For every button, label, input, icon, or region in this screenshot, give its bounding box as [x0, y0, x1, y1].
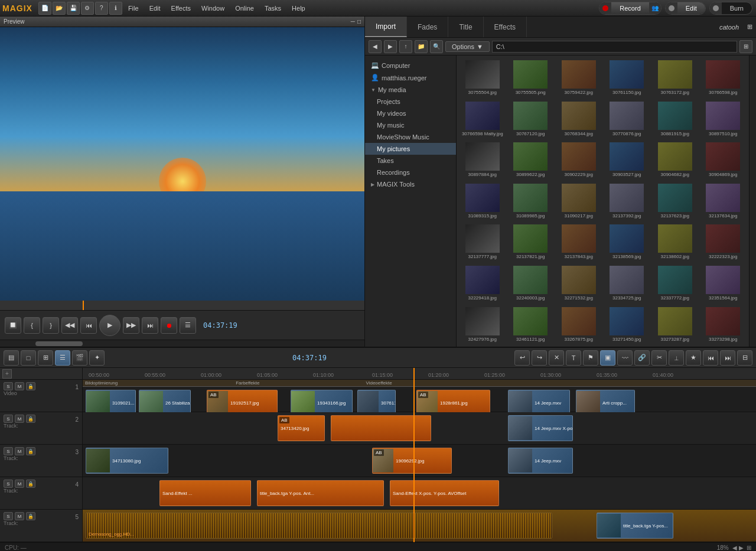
menu-edit[interactable]: Edit: [145, 4, 165, 13]
file-thumb-0[interactable]: 30755504.jpg: [459, 58, 506, 98]
clip-34713420[interactable]: AB 34713420.jpg: [278, 415, 325, 441]
single-track-view[interactable]: □: [21, 350, 36, 366]
tree-projects[interactable]: Projects: [365, 96, 456, 107]
file-thumb-35[interactable]: 32351564.jpg: [700, 263, 747, 304]
file-thumb-17[interactable]: 30904869.jpg: [700, 140, 747, 180]
clip-orange-2[interactable]: [331, 415, 431, 441]
marker-tool[interactable]: ⚑: [583, 350, 598, 366]
tree-mymusic[interactable]: My music: [365, 119, 456, 131]
track4-s-btn[interactable]: S: [4, 480, 13, 488]
options-button[interactable]: Options ▼: [445, 41, 490, 52]
next-frame-button[interactable]: ▶▶: [123, 317, 139, 334]
file-thumb-27[interactable]: 32138569.jpg: [604, 222, 651, 262]
file-thumb-12[interactable]: 30897884.jpg: [459, 140, 506, 180]
clip-14jeep-3[interactable]: 14 Jeep.mxv: [508, 448, 573, 474]
file-thumb-38[interactable]: 33267875.jpg: [555, 305, 602, 345]
fx-view[interactable]: ✦: [89, 350, 105, 366]
save-icon[interactable]: 💾: [67, 2, 80, 15]
tab-effects[interactable]: Effects: [484, 17, 527, 37]
prev-frame-button[interactable]: ◀◀: [61, 317, 78, 334]
tracks-area[interactable]: 00:50:00 00:55:00 01:00:00 01:05:00 01:1…: [83, 368, 756, 542]
file-thumb-3[interactable]: 30761150.jpg: [604, 58, 651, 98]
list-view[interactable]: ☰: [55, 350, 70, 366]
preview-timeline[interactable]: [0, 301, 364, 310]
fx-tool[interactable]: ★: [686, 350, 701, 366]
draw-tool[interactable]: 〰: [617, 350, 633, 366]
scroll-thumb[interactable]: [35, 341, 83, 346]
track1-s-btn[interactable]: S: [4, 382, 13, 390]
out-point-button[interactable]: }: [43, 317, 59, 334]
file-thumb-14[interactable]: 30902229.jpg: [555, 140, 602, 180]
file-thumb-10[interactable]: 30881915.jpg: [651, 99, 699, 139]
menu-help[interactable]: Help: [287, 4, 310, 13]
file-thumb-5[interactable]: 30766598.jpg: [700, 58, 747, 98]
track3-m-btn[interactable]: M: [15, 447, 24, 455]
file-thumb-32[interactable]: 32271532.jpg: [555, 263, 602, 304]
file-thumb-15[interactable]: 30903527.jpg: [604, 140, 651, 180]
track2-s-btn[interactable]: S: [4, 415, 13, 423]
file-thumb-6[interactable]: 30766598 Matty.jpg: [459, 99, 506, 139]
new-icon[interactable]: 📄: [38, 2, 51, 15]
file-thumb-29[interactable]: 32222323.jpg: [700, 222, 747, 262]
menu-file[interactable]: File: [123, 4, 144, 13]
redo-button[interactable]: ↪: [532, 350, 547, 366]
file-thumb-23[interactable]: 32137634.jpg: [700, 181, 747, 221]
play-button[interactable]: ▶: [99, 315, 120, 336]
file-thumb-22[interactable]: 32137623.jpg: [651, 181, 699, 221]
undo-button[interactable]: ↩: [514, 350, 530, 366]
preview-minimize-icon[interactable]: ─: [351, 18, 355, 25]
file-thumb-20[interactable]: 31090217.jpg: [555, 181, 602, 221]
file-thumb-26[interactable]: 32137843.jpg: [555, 222, 602, 262]
forward-button[interactable]: ▶: [384, 40, 397, 53]
edit-button[interactable]: Edit: [677, 2, 705, 14]
file-thumb-36[interactable]: 32427976.jpg: [459, 305, 506, 345]
track4-lock-icon[interactable]: 🔒: [26, 480, 35, 488]
info-icon[interactable]: ℹ: [109, 2, 122, 15]
file-thumb-28[interactable]: 32138602.jpg: [651, 222, 699, 262]
clip-14jeep-2[interactable]: 14 Jeep.mxv X-pos...: [508, 415, 573, 441]
tab-title[interactable]: Title: [448, 17, 483, 37]
clip-title-back-audio[interactable]: title_back.tga Y-pos...: [597, 513, 673, 539]
multi-track-view[interactable]: ⊞: [38, 350, 53, 366]
track5-lock-icon[interactable]: 🔒: [26, 512, 35, 520]
file-thumb-9[interactable]: 30770876.jpg: [604, 99, 651, 139]
menu-window[interactable]: Window: [197, 4, 229, 13]
snap-tool[interactable]: ⟂: [669, 350, 684, 366]
select-tool[interactable]: ▣: [600, 350, 615, 366]
clip-title-back[interactable]: title_back.tga Y-pos. Ant...: [257, 480, 384, 506]
tree-mypictures[interactable]: My pictures: [365, 143, 456, 155]
tab-fades[interactable]: Fades: [407, 17, 448, 37]
menu-tasks[interactable]: Tasks: [260, 4, 286, 13]
up-button[interactable]: ↑: [399, 40, 412, 53]
in-point-button[interactable]: {: [24, 317, 40, 334]
tab-import[interactable]: Import: [365, 17, 407, 37]
menu-btn[interactable]: ☰: [180, 317, 196, 334]
tree-myvideos[interactable]: My videos: [365, 107, 456, 119]
file-thumb-30[interactable]: 32229418.jpg: [459, 263, 506, 304]
track5-m-btn[interactable]: M: [15, 512, 24, 520]
file-thumb-34[interactable]: 32337772.jpg: [651, 263, 699, 304]
clip-34713080[interactable]: 34713080.jpg: [86, 448, 168, 474]
help-wizard-icon[interactable]: ?: [95, 2, 108, 15]
clip-sand1[interactable]: Sand-Effekt ...: [159, 480, 251, 506]
tree-takes[interactable]: Takes: [365, 155, 456, 167]
track-head-icon[interactable]: ▤: [4, 350, 19, 366]
tree-magixtools[interactable]: ▶ MAGIX Tools: [365, 178, 456, 190]
add-track-icon[interactable]: +: [2, 369, 12, 379]
file-thumb-7[interactable]: 30767120.jpg: [507, 99, 555, 139]
delete-button[interactable]: ✕: [549, 350, 564, 366]
storyboard-view[interactable]: 🎬: [72, 350, 87, 366]
file-thumb-40[interactable]: 33273287.jpg: [651, 305, 699, 345]
settings-icon[interactable]: ⚙: [81, 2, 94, 15]
clip-demosong[interactable]: Demosong_ogg.HD...: [86, 513, 552, 539]
tree-mymedia[interactable]: ▼ My media: [365, 84, 456, 96]
file-thumb-19[interactable]: 31089985.jpg: [507, 181, 555, 221]
back-button[interactable]: ◀: [369, 40, 382, 53]
tree-user[interactable]: 👤 matthias.rueger: [365, 71, 456, 84]
file-thumb-1[interactable]: 30755505.png: [507, 58, 555, 98]
go-end-button[interactable]: ⏭: [142, 317, 158, 334]
track3-lock-icon[interactable]: 🔒: [26, 447, 35, 455]
file-thumb-16[interactable]: 30904682.jpg: [651, 140, 699, 180]
snap-button[interactable]: 🔲: [5, 317, 21, 334]
file-thumb-11[interactable]: 30897510.jpg: [700, 99, 747, 139]
